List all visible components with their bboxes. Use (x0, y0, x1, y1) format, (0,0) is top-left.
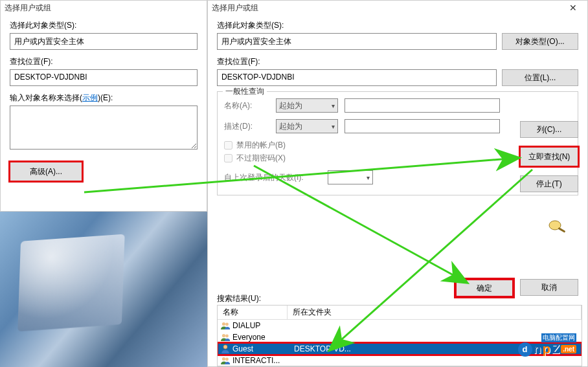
find-now-button[interactable]: 立即查找(N) (520, 147, 578, 166)
locations-button[interactable]: 位置(L)... (502, 69, 578, 86)
location-field[interactable]: DESKTOP-VDJDNBI (217, 69, 497, 86)
object-types-button[interactable]: 对象类型(O)... (502, 33, 578, 50)
location-label: 查找位置(F): (217, 56, 578, 67)
chevron-down-icon: ▾ (332, 123, 335, 130)
search-results-list[interactable]: 名称 所在文件夹 DIALUPEveryoneGuestDESKTOP-VD..… (217, 305, 582, 366)
checkbox-icon (224, 154, 232, 162)
select-user-dialog-advanced: 选择用户或组 ✕ 选择此对象类型(S): 用户或内置安全主体 对象类型(O)..… (207, 0, 588, 367)
dialog-title: 选择用户或组 (1, 1, 207, 15)
description-input[interactable] (345, 119, 500, 133)
group-legend: 一般性查询 (223, 86, 267, 97)
cancel-button[interactable]: 取消 (520, 279, 578, 296)
result-name: INTERACTI... (232, 356, 292, 365)
svg-point-4 (222, 334, 225, 337)
desc-match-combo[interactable]: 起始为▾ (276, 119, 338, 133)
example-link[interactable]: 示例 (82, 93, 98, 102)
search-results-label: 搜索结果(U): (217, 293, 261, 304)
disabled-accounts-checkbox[interactable]: 禁用的帐户(B) (224, 140, 571, 151)
svg-point-6 (223, 345, 227, 349)
enter-names-label: 输入对象名称来选择(示例)(E): (10, 93, 198, 104)
object-type-label: 选择此对象类型(S): (10, 20, 198, 31)
search-icon (547, 218, 569, 234)
svg-point-8 (225, 358, 229, 361)
object-type-label: 选择此对象类型(S): (217, 20, 578, 31)
svg-point-7 (222, 357, 225, 361)
column-name[interactable]: 名称 (218, 306, 288, 319)
days-combo[interactable]: ▾ (328, 170, 373, 184)
columns-button[interactable]: 列(C)... (520, 121, 578, 138)
ok-button[interactable]: 确定 (455, 279, 514, 297)
days-since-logon-label: 自上次登录后的天数(I): (224, 172, 328, 183)
checkbox-icon (224, 141, 232, 150)
results-header: 名称 所在文件夹 (218, 306, 582, 320)
location-field[interactable]: DESKTOP-VDJDNBI (10, 69, 198, 86)
close-icon[interactable]: ✕ (560, 1, 586, 14)
result-folder: DESKTOP-VD... (294, 344, 351, 353)
results-row[interactable]: DIALUP (218, 320, 582, 331)
name-label: 名称(A): (224, 100, 276, 111)
location-label: 查找位置(F): (10, 56, 198, 67)
result-name: Guest (232, 344, 292, 353)
stop-button[interactable]: 停止(T) (520, 175, 578, 192)
result-name: Everyone (232, 333, 292, 342)
svg-rect-1 (558, 227, 566, 233)
name-match-combo[interactable]: 起始为▾ (276, 98, 338, 113)
svg-point-2 (222, 322, 225, 326)
user-icon (220, 344, 231, 354)
object-names-input[interactable] (10, 106, 198, 150)
advanced-button[interactable]: 高级(A)... (10, 162, 82, 181)
group-icon (220, 355, 231, 366)
group-icon (220, 320, 231, 331)
object-type-field[interactable]: 用户或内置安全主体 (217, 33, 497, 50)
name-input[interactable] (345, 98, 500, 113)
watermark-logo: 电脑配置网 d n p Z .net (518, 342, 576, 357)
chevron-down-icon: ▾ (367, 174, 370, 181)
chevron-down-icon: ▾ (332, 102, 335, 109)
no-expire-password-checkbox[interactable]: 不过期密码(X) (224, 153, 571, 164)
result-name: DIALUP (232, 321, 292, 330)
svg-point-3 (225, 323, 229, 326)
select-user-dialog-basic: 选择用户或组 选择此对象类型(S): 用户或内置安全主体 查找位置(F): DE… (0, 0, 207, 212)
svg-point-5 (225, 335, 229, 338)
dialog-title: 选择用户或组 ✕ (208, 1, 587, 15)
description-label: 描述(D): (224, 121, 276, 132)
group-icon (220, 332, 231, 342)
object-type-field[interactable]: 用户或内置安全主体 (10, 33, 198, 50)
column-folder[interactable]: 所在文件夹 (288, 306, 582, 319)
